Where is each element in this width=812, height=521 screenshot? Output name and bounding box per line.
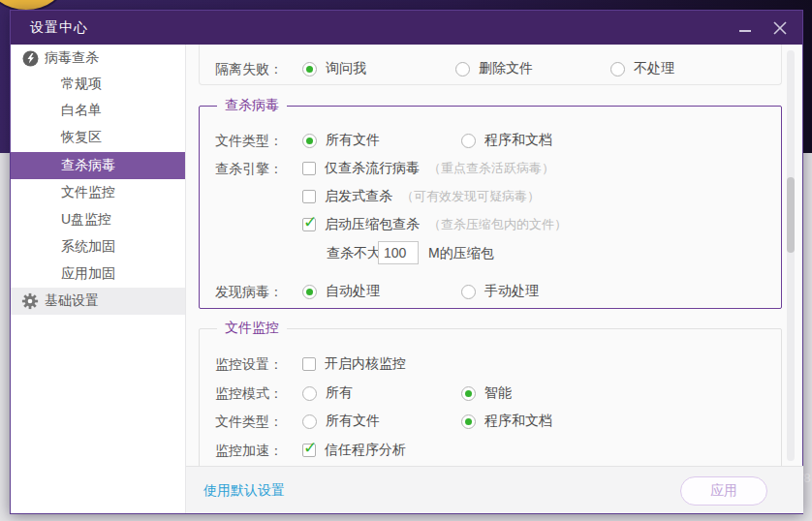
gear-icon <box>21 292 39 310</box>
option-hint: （重点查杀活跃病毒） <box>428 160 554 177</box>
option-label: 程序和文档 <box>484 132 552 149</box>
sidebar-item-system-harden[interactable]: 系统加固 <box>11 233 185 260</box>
sidebar-item-usb-monitor[interactable]: U盘监控 <box>11 206 185 233</box>
option-label: 自动处理 <box>326 283 380 300</box>
radio-ask-me[interactable]: 询问我 <box>302 55 366 82</box>
scrollbar-thumb[interactable] <box>787 177 795 253</box>
sidebar-item-label: U盘监控 <box>61 211 111 229</box>
radio-icon <box>461 386 476 401</box>
settings-scroll-area: 隔离失败： 询问我 删除文件 不处理 <box>186 45 803 466</box>
checkbox-icon <box>302 190 316 203</box>
radio-delete-file[interactable]: 删除文件 <box>455 55 533 82</box>
option-label: 所有文件 <box>326 413 380 430</box>
screen: /8 设置中心 病毒查杀 <box>0 0 812 521</box>
sidebar-item-virus-scan-group[interactable]: 病毒查杀 <box>11 45 185 72</box>
monitor-mode-row: 监控模式： 所有 智能 <box>186 380 796 407</box>
apply-button[interactable]: 应用 <box>680 476 767 506</box>
option-label: 所有 <box>326 384 353 402</box>
close-icon <box>772 20 788 36</box>
option-label: 信任程序分析 <box>325 442 406 459</box>
monitor-file-type-row: 文件类型： 所有文件 程序和文档 <box>186 408 796 435</box>
quarantine-fail-row: 隔离失败： 询问我 删除文件 不处理 <box>186 55 796 82</box>
radio-icon <box>461 285 476 299</box>
sidebar-item-label: 病毒查杀 <box>45 49 99 67</box>
row-label: 监控设置： <box>215 351 283 378</box>
option-hint: （可有效发现可疑病毒） <box>401 188 540 205</box>
checkbox-popular-virus-only[interactable]: 仅查杀流行病毒 （重点查杀活跃病毒） <box>302 155 554 182</box>
virus-found-row: 发现病毒： 自动处理 手动处理 <box>186 278 796 305</box>
sidebar-item-label: 常规项 <box>61 76 102 93</box>
option-label: 智能 <box>484 384 512 402</box>
option-label: 程序和文档 <box>484 413 552 430</box>
radio-icon <box>302 134 317 148</box>
radio-auto-handle[interactable]: 自动处理 <box>302 278 380 305</box>
radio-monitor-all[interactable]: 所有 <box>302 380 353 407</box>
scrollbar-track[interactable] <box>787 50 795 461</box>
checkbox-archive-scan[interactable]: 启动压缩包查杀 （查杀压缩包内的文件） <box>302 211 567 238</box>
option-label: 仅查杀流行病毒 <box>325 160 420 177</box>
checkbox-kernel-monitor[interactable]: 开启内核监控 <box>302 351 406 378</box>
section-title: 文件监控 <box>217 320 287 337</box>
radio-manual-handle[interactable]: 手动处理 <box>461 278 539 305</box>
monitor-accel-row: 监控加速： 信任程序分析 <box>186 437 796 464</box>
option-label: 启动压缩包查杀 <box>325 216 420 233</box>
option-hint: （查杀压缩包内的文件） <box>428 216 567 233</box>
checkbox-icon <box>302 357 316 371</box>
row-label: 监控模式： <box>215 380 283 407</box>
sidebar-item-whitelist[interactable]: 白名单 <box>11 97 185 124</box>
row-label: 文件类型： <box>215 408 283 435</box>
row-label: 发现病毒： <box>215 278 283 305</box>
radio-icon <box>302 285 317 299</box>
sidebar-item-scan-virus[interactable]: 查杀病毒 <box>11 152 185 179</box>
scan-file-type-row: 文件类型： 所有文件 程序和文档 <box>186 127 796 154</box>
radio-icon <box>461 134 476 148</box>
row-label: 隔离失败： <box>215 55 283 82</box>
radio-all-files[interactable]: 所有文件 <box>302 127 380 154</box>
row-label: 查杀引擎： <box>215 155 283 182</box>
sidebar-item-recovery[interactable]: 恢复区 <box>11 124 185 151</box>
option-label: 启发式查杀 <box>325 188 392 205</box>
radio-programs-docs[interactable]: 程序和文档 <box>461 127 552 154</box>
option-label: 所有文件 <box>326 132 380 149</box>
radio-no-action[interactable]: 不处理 <box>610 55 674 82</box>
sidebar-item-label: 查杀病毒 <box>61 157 115 174</box>
checkbox-icon <box>302 444 316 457</box>
row-label: 监控加速： <box>215 437 283 464</box>
settings-window: 设置中心 病毒查杀 <box>10 10 803 514</box>
radio-icon <box>461 414 476 429</box>
minimize-icon <box>738 21 752 35</box>
sidebar-item-label: 文件监控 <box>61 184 115 201</box>
radio-monitor-all-files[interactable]: 所有文件 <box>302 408 380 435</box>
sidebar: 病毒查杀 常规项 白名单 恢复区 查杀病毒 文件监控 U盘监控 <box>11 45 185 513</box>
radio-monitor-smart[interactable]: 智能 <box>461 380 512 407</box>
option-label: 开启内核监控 <box>325 355 406 373</box>
sidebar-item-basic-settings-group[interactable]: 基础设置 <box>11 288 185 315</box>
radio-monitor-programs-docs[interactable]: 程序和文档 <box>461 408 552 435</box>
radio-icon <box>455 62 470 77</box>
content-panel: 隔离失败： 询问我 删除文件 不处理 <box>185 45 802 513</box>
sidebar-item-label: 系统加固 <box>61 238 115 256</box>
sidebar-item-label: 应用加固 <box>61 265 115 283</box>
sidebar-item-app-harden[interactable]: 应用加固 <box>11 260 185 288</box>
radio-icon <box>302 62 317 77</box>
sidebar-item-general[interactable]: 常规项 <box>11 71 185 98</box>
checkbox-trusted-program[interactable]: 信任程序分析 <box>302 437 406 464</box>
radio-icon <box>302 414 317 429</box>
sidebar-item-label: 白名单 <box>61 102 102 119</box>
use-default-settings-link[interactable]: 使用默认设置 <box>203 467 285 513</box>
sidebar-item-file-monitor[interactable]: 文件监控 <box>11 179 185 206</box>
scan-engine-row-3: 启动压缩包查杀 （查杀压缩包内的文件） <box>186 211 796 238</box>
archive-size-input[interactable] <box>378 241 419 264</box>
content-footer: 使用默认设置 应用 <box>186 466 803 513</box>
option-label: 手动处理 <box>484 283 539 300</box>
option-label: 不处理 <box>634 60 674 77</box>
checkbox-icon <box>302 218 316 231</box>
monitor-settings-row: 监控设置： 开启内核监控 <box>186 351 796 378</box>
minimize-button[interactable] <box>734 11 756 45</box>
option-label: 询问我 <box>326 60 366 77</box>
sidebar-item-label: 基础设置 <box>45 292 99 310</box>
archive-size-suffix: M的压缩包 <box>428 239 494 266</box>
titlebar: 设置中心 <box>11 11 802 45</box>
close-button[interactable] <box>769 11 791 45</box>
checkbox-heuristic-scan[interactable]: 启发式查杀 （可有效发现可疑病毒） <box>302 183 540 210</box>
